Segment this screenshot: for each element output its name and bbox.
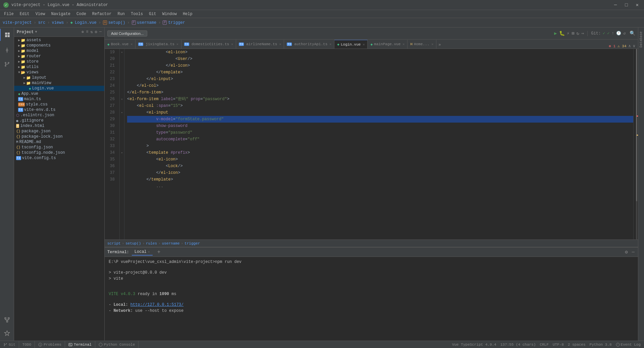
tree-item-store[interactable]: ▶ 📁 store (14, 59, 104, 64)
term-local-url[interactable]: http://127.0.0.1:5173/ (130, 302, 183, 307)
titlebar-controls[interactable]: ─ □ ✕ (612, 1, 641, 8)
tree-item-readme[interactable]: M README.md (14, 139, 104, 145)
fold-icon[interactable]: ▾ (121, 111, 123, 115)
tree-item-tsconfignode[interactable]: {} tsconfig.node.json (14, 150, 104, 155)
reload-button[interactable]: ↻ (576, 30, 579, 36)
code-content[interactable]: <el-icon> <User/> </el-icon> </template>… (124, 49, 633, 239)
nav-trigger[interactable]: trigger (168, 20, 185, 25)
tree-item-assets[interactable]: ▶ 📁 assets (14, 38, 104, 43)
activity-structure[interactable] (0, 314, 14, 326)
tab-close-icon[interactable]: ✕ (130, 42, 132, 46)
bc-username[interactable]: username (162, 241, 180, 246)
tree-item-viteconfig[interactable]: ts vite.config.ts (14, 155, 104, 161)
nav-src[interactable]: src (38, 20, 46, 25)
bottom-tab-problems[interactable]: Problems (35, 341, 65, 348)
tab-mainpagevue[interactable]: ◆ mainPage.vue ✕ (368, 40, 408, 49)
add-configuration-button[interactable]: Add Configuration... (107, 30, 147, 37)
python-status[interactable]: Python 3.8 (590, 343, 612, 347)
event-log-status[interactable]: Event Log (616, 343, 641, 347)
nav-views[interactable]: views (52, 20, 64, 25)
debug-button[interactable]: 🐛 (559, 30, 565, 36)
tree-item-mainview[interactable]: ▶ 📁 mainView (14, 80, 104, 86)
tab-close-icon[interactable]: ✕ (363, 43, 365, 47)
tab-domesticcities[interactable]: ts domesticCities.ts ✕ (181, 40, 236, 49)
bc-script[interactable]: script (107, 241, 121, 246)
position-status[interactable]: 137:55 (4 chars) (500, 343, 536, 347)
bottom-tab-terminal[interactable]: Terminal (65, 341, 95, 348)
step-button[interactable]: ⇒ (581, 30, 584, 36)
tree-item-loginvue[interactable]: ◆ Login.vue (14, 86, 104, 91)
tabs-more-button[interactable]: » (436, 41, 443, 49)
tab-close-icon[interactable]: ✕ (329, 42, 331, 46)
lang-status[interactable]: Vue TypeScript 4.9.4 (452, 343, 496, 347)
bc-trigger[interactable]: trigger (184, 241, 200, 246)
minimize-button[interactable]: ─ (612, 2, 619, 8)
menu-help[interactable]: Help (180, 11, 195, 17)
tree-item-utils[interactable]: ▶ 📁 utils (14, 64, 104, 70)
bc-setup[interactable]: setup() (125, 241, 141, 246)
encoding-status[interactable]: UTF-8 (553, 343, 564, 347)
tree-item-appvue[interactable]: ◆ App.vue (14, 91, 104, 96)
git-push-icon[interactable]: ↑ (612, 31, 614, 36)
nav-setup[interactable]: setup() (108, 20, 125, 25)
panel-collapse-icon[interactable]: ≡ (86, 29, 88, 34)
terminal-minimize-icon[interactable]: ─ (631, 249, 635, 256)
menu-file[interactable]: File (1, 11, 16, 17)
menu-code[interactable]: Code (74, 11, 89, 17)
activity-commit[interactable] (0, 44, 14, 56)
nav-project[interactable]: vite-project (3, 20, 32, 25)
activity-favorites[interactable] (0, 327, 14, 339)
tree-item-stylecss[interactable]: css style.css (14, 102, 104, 107)
coverage-button[interactable]: ⚡ (567, 30, 570, 36)
scrollbar[interactable] (633, 49, 638, 239)
panel-settings-icon[interactable]: ⚙ (95, 29, 97, 34)
menu-refactor[interactable]: Refactor (90, 11, 114, 17)
terminal-tab-local[interactable]: Local ✕ (132, 249, 153, 256)
linesep-status[interactable]: CRLF (540, 343, 548, 347)
bottom-tab-git[interactable]: Git (0, 341, 19, 348)
profiler-button[interactable]: ⊞ (572, 30, 574, 36)
bottom-tab-todo[interactable]: TODO (19, 341, 35, 348)
tree-item-layout[interactable]: ▶ 📁 layout (14, 75, 104, 80)
menu-tools[interactable]: Tools (128, 11, 146, 17)
terminal-add-button[interactable]: + (155, 249, 163, 255)
git-revert-icon[interactable]: ↺ (623, 31, 626, 36)
tree-item-packagejson[interactable]: {} package.json (14, 129, 104, 134)
code-editor[interactable]: 19 20 21 22 23 24 25 26 27 28 29 30 31 3… (105, 49, 638, 239)
tab-close-icon[interactable]: ✕ (431, 42, 433, 46)
git-check-icon[interactable]: ✓ (603, 31, 605, 36)
tab-close-icon[interactable]: ✕ (402, 42, 405, 46)
tree-item-maints[interactable]: ts main.ts (14, 96, 104, 102)
nav-loginvue[interactable]: Login.vue (75, 20, 97, 25)
tab-airlinename[interactable]: ts airlineName.ts ✕ (236, 40, 284, 49)
term-close-icon[interactable]: ✕ (148, 250, 150, 254)
tab-home[interactable]: H Home... ✕ (408, 40, 436, 49)
expand-all-icon[interactable]: ∨ (633, 44, 635, 49)
close-button[interactable]: ✕ (634, 1, 641, 8)
run-button[interactable]: ▶ (554, 30, 557, 36)
tree-item-tsconfigjson[interactable]: {} tsconfig.json (14, 145, 104, 150)
tab-loginvue[interactable]: ◆ Login.vue ✕ (334, 40, 368, 49)
menu-run[interactable]: Run (115, 11, 127, 17)
terminal-content[interactable]: E:\P vueProject\vue_cxsl_admin\vite-proj… (105, 257, 638, 341)
nav-username[interactable]: username (137, 20, 157, 25)
scroll-thumb[interactable] (636, 49, 637, 201)
menu-edit[interactable]: Edit (17, 11, 32, 17)
panel-locate-icon[interactable]: ⊕ (82, 29, 84, 34)
menu-navigate[interactable]: Navigate (48, 11, 73, 17)
git-check2-icon[interactable]: ✓ (607, 31, 609, 36)
database-label[interactable]: Database (639, 29, 644, 50)
panel-expand-icon[interactable]: ⇅ (90, 29, 93, 34)
panel-minimize-icon[interactable]: ─ (99, 29, 102, 34)
tab-authorityapi[interactable]: ts authorityApi.ts ✕ (284, 40, 334, 49)
panel-dropdown-icon[interactable]: ▼ (35, 30, 37, 34)
tab-bookvue[interactable]: ◆ Book.vue ✕ (105, 40, 136, 49)
tree-item-gitignore[interactable]: ◉ .gitignore (14, 118, 104, 123)
fold-icon[interactable]: ▾ (121, 151, 123, 155)
search-button[interactable]: 🔍 (630, 30, 635, 36)
menu-view[interactable]: View (33, 11, 48, 17)
menu-git[interactable]: Git (146, 11, 159, 17)
tree-item-model[interactable]: ▶ 📁 model (14, 48, 104, 54)
tree-item-components[interactable]: ▶ 📁 components (14, 43, 104, 48)
maximize-button[interactable]: □ (623, 2, 630, 8)
